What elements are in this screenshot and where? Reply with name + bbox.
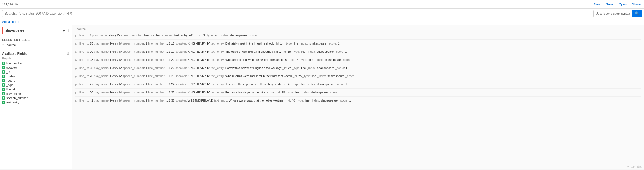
field-label: _id:	[282, 50, 287, 53]
field-value: line	[295, 91, 299, 94]
field-value: KING HENRY IV	[188, 91, 210, 94]
add-filter[interactable]: Add a filter +	[0, 18, 644, 25]
field-label: play_name:	[94, 50, 109, 53]
field-value: KING HENRY IV	[188, 50, 210, 53]
save-button[interactable]: Save	[605, 2, 614, 7]
field-label: speaker:	[176, 74, 187, 78]
sidebar-field-text_entry[interactable]: ttext_entry	[2, 100, 69, 105]
field-label: _type:	[299, 58, 307, 61]
sidebar-field-_score[interactable]: t_score	[2, 78, 69, 83]
sidebar-field-_id[interactable]: t_id	[2, 70, 69, 74]
field-label: text_entry:	[211, 50, 224, 53]
sidebar-field-_index[interactable]: t_index	[2, 74, 69, 78]
field-value: 19	[288, 50, 291, 53]
field-value: shakespeare	[311, 91, 328, 94]
field-value: Henry IV	[110, 83, 122, 86]
field-label: _score:	[335, 83, 345, 86]
sidebar: shakespeare ℹ Selected Fields ? _source …	[0, 25, 72, 169]
sidebar-field-line_number[interactable]: tline_number	[2, 61, 69, 65]
field-label: line_id:	[79, 91, 89, 94]
field-label: line_number:	[148, 66, 165, 70]
top-bar: 111,396 hits New Save Open Share	[0, 0, 644, 9]
field-label: _index:	[300, 91, 310, 94]
field-value: shakespeare	[317, 50, 334, 53]
search-button[interactable]: 🔍	[632, 10, 642, 17]
field-label: _type:	[302, 74, 311, 78]
field-value: KING HENRY IV	[188, 83, 210, 86]
field-label: play_name:	[94, 42, 109, 45]
source-label: _source	[75, 25, 641, 32]
field-label: line_number:	[148, 50, 165, 53]
expand-arrow[interactable]: ▶	[75, 58, 77, 62]
field-value: 1.1.20	[166, 58, 175, 61]
field-value: 1	[338, 42, 340, 45]
field-value: 1	[356, 74, 358, 78]
expand-arrow[interactable]: ▶	[75, 99, 77, 103]
expand-arrow[interactable]: ▶	[75, 66, 77, 70]
field-label: text_entry:	[211, 58, 224, 61]
field-type-badge: t	[2, 70, 5, 74]
field-label: play_name:	[94, 99, 109, 102]
info-icon[interactable]: ℹ	[68, 28, 69, 33]
field-label: line_number:	[148, 74, 165, 78]
question-icon: ?	[2, 43, 4, 46]
field-label: _index:	[306, 50, 315, 53]
add-filter-icon: +	[18, 20, 19, 23]
expand-arrow[interactable]: ▶	[75, 50, 77, 54]
field-value: Whose worst was, that the noble Mortimer…	[229, 99, 285, 102]
sidebar-field-play_name[interactable]: tplay_name	[2, 92, 69, 96]
table-row: ▶ line_id: 26 play_name: Henry IV speech…	[75, 72, 641, 80]
field-value: Henry IV	[110, 91, 122, 94]
field-label: _index:	[307, 66, 316, 70]
search-hint: Uses lucene query syntax	[596, 12, 630, 15]
field-value: 1	[346, 66, 347, 70]
expand-arrow[interactable]: ▶	[75, 42, 77, 46]
field-value: Henry IV	[110, 74, 122, 78]
field-value: 0	[203, 34, 205, 37]
search-input[interactable]	[2, 10, 594, 17]
field-label: speech_number:	[123, 42, 145, 45]
field-value: 22	[295, 58, 298, 61]
table-row: ▶ line_id: 23 play_name: Henry IV speech…	[75, 56, 641, 64]
source-field-item[interactable]: ? _source	[2, 43, 69, 47]
field-type-badge: t	[2, 75, 5, 78]
field-value: 25	[298, 74, 302, 78]
field-value: line	[311, 74, 316, 78]
field-value: shakespeare	[317, 83, 334, 86]
add-filter-label: Add a filter	[2, 20, 17, 23]
field-value: 29	[282, 91, 285, 94]
field-label: _id:	[286, 99, 291, 102]
field-value: 1.1.17	[166, 50, 175, 53]
expand-arrow[interactable]: ▶	[75, 74, 77, 78]
share-button[interactable]: Share	[631, 2, 642, 7]
field-value: 1.1.12	[166, 42, 175, 45]
field-value: 1	[345, 83, 347, 86]
field-value: 1	[146, 74, 147, 78]
sidebar-field-speaker[interactable]: tspeaker	[2, 65, 69, 70]
sidebar-field-_type[interactable]: t_type	[2, 83, 69, 87]
field-label: speech_number:	[123, 66, 145, 70]
field-label: play_name:	[92, 34, 108, 37]
field-value: shakespeare	[324, 58, 341, 61]
field-value: line	[305, 99, 310, 102]
field-label: _score:	[329, 91, 338, 94]
field-label: _type:	[285, 42, 293, 45]
new-button[interactable]: New	[593, 2, 601, 7]
field-type-badge: t	[2, 96, 5, 100]
top-bar-actions: New Save Open Share	[593, 2, 642, 7]
expand-arrow[interactable]: ▶	[75, 34, 77, 38]
table-row: ▶ line_id: 27 play_name: Henry IV speech…	[75, 80, 641, 89]
field-value: shakespeare	[230, 34, 247, 37]
field-label: _id:	[289, 58, 294, 61]
sidebar-field-speech_number[interactable]: tspeech_number	[2, 96, 69, 100]
open-button[interactable]: Open	[618, 2, 628, 7]
index-select[interactable]: shakespeare	[2, 27, 66, 34]
gear-icon[interactable]: ⚙	[66, 52, 69, 56]
expand-arrow[interactable]: ▶	[75, 83, 77, 87]
sidebar-field-line_id[interactable]: tline_id	[2, 87, 69, 92]
field-label: line_number:	[148, 58, 165, 61]
expand-arrow[interactable]: ▶	[75, 91, 77, 95]
field-value: line	[301, 50, 305, 53]
field-label: _score:	[327, 42, 337, 45]
watermark: ©51CTO博客	[626, 165, 642, 169]
